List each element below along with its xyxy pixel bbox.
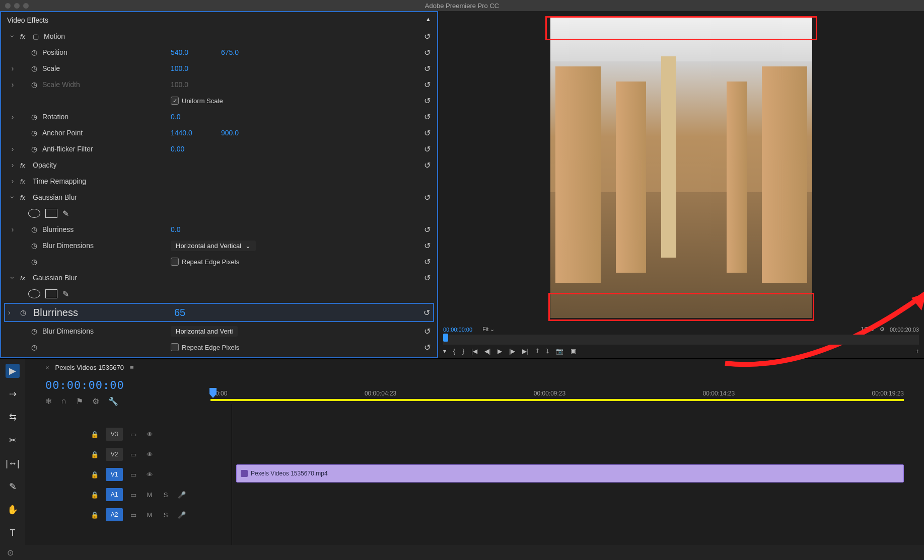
ellipse-mask-icon[interactable]	[28, 289, 40, 298]
settings-icon[interactable]: ⚙	[880, 326, 885, 333]
pen-mask-icon[interactable]: ✎	[62, 209, 69, 218]
compare-icon[interactable]: ▣	[571, 348, 576, 355]
effect-time-remapping[interactable]: fx Time Remapping	[1, 173, 437, 189]
reset-button[interactable]	[421, 111, 433, 123]
value[interactable]: 65	[174, 307, 185, 318]
reset-button[interactable]	[421, 127, 433, 139]
lock-icon[interactable]: 🔒	[91, 511, 101, 519]
stopwatch-icon[interactable]	[31, 242, 42, 250]
playhead-icon[interactable]	[443, 334, 448, 342]
reset-button[interactable]	[421, 143, 433, 155]
stopwatch-icon[interactable]	[31, 129, 42, 137]
work-area-bar[interactable]	[210, 399, 904, 401]
effect-gaussian-blur-2[interactable]: fx Gaussian Blur	[1, 270, 437, 286]
cc-icon[interactable]: ⊙	[7, 548, 14, 557]
stopwatch-icon[interactable]	[20, 308, 33, 316]
eye-icon[interactable]: 👁	[144, 471, 155, 478]
track-label[interactable]: V3	[106, 428, 123, 441]
value[interactable]: 0.0	[171, 225, 221, 233]
reset-button[interactable]	[421, 256, 433, 268]
track-a2[interactable]: 🔒A2▭MS🎤	[25, 505, 232, 525]
razor-tool[interactable]: ✂	[6, 433, 20, 447]
stopwatch-icon[interactable]	[31, 343, 42, 351]
pen-mask-icon[interactable]: ✎	[62, 289, 69, 299]
video-clip[interactable]: Pexels Videos 1535670.mp4	[236, 464, 904, 483]
marker-icon[interactable]: ▾	[443, 348, 446, 355]
resolution-dropdown[interactable]: 1/2 ⌄	[861, 326, 875, 333]
chevron-right-icon[interactable]	[8, 308, 20, 316]
value-y[interactable]: 900.0	[221, 129, 239, 137]
ellipse-mask-icon[interactable]	[28, 209, 40, 218]
value-x[interactable]: 1440.0	[171, 129, 221, 137]
fx-badge[interactable]: fx	[20, 33, 33, 40]
hand-tool[interactable]: ✋	[6, 503, 20, 517]
timeline-timecode[interactable]: 00:00:00:00	[45, 379, 186, 391]
solo-icon[interactable]: S	[160, 491, 171, 499]
track-v2[interactable]: 🔒V2▭👁	[25, 444, 232, 464]
step-back-icon[interactable]: ◀|	[484, 348, 490, 355]
reset-button[interactable]	[421, 30, 433, 42]
window-controls[interactable]	[0, 3, 29, 9]
pen-tool[interactable]: ✎	[6, 479, 20, 494]
stopwatch-icon[interactable]	[31, 48, 42, 56]
lock-icon[interactable]: 🔒	[91, 451, 101, 458]
value-x[interactable]: 540.0	[171, 48, 221, 56]
stopwatch-icon[interactable]	[31, 258, 42, 266]
in-point-icon[interactable]: {	[453, 348, 455, 355]
go-to-in-icon[interactable]: |◀	[471, 348, 477, 355]
collapse-icon[interactable]: ▲	[425, 16, 431, 24]
reset-button[interactable]	[421, 272, 433, 284]
checkbox-icon[interactable]	[171, 97, 179, 105]
preview-viewport[interactable]	[438, 11, 924, 323]
toggle-output-icon[interactable]: ▭	[128, 511, 139, 519]
track-v1[interactable]: 🔒V1▭👁	[25, 464, 232, 485]
track-label[interactable]: A2	[106, 508, 123, 521]
fx-badge[interactable]: fx	[20, 162, 33, 169]
stopwatch-icon[interactable]	[31, 145, 42, 153]
close-tab-icon[interactable]: ×	[45, 364, 49, 371]
effect-motion[interactable]: fx ▢ Motion	[1, 28, 437, 44]
step-fwd-icon[interactable]: |▶	[509, 348, 515, 355]
timeline-tracks-area[interactable]: Pexels Videos 1535670.mp4	[232, 404, 924, 559]
selection-tool[interactable]: ▶	[6, 364, 20, 378]
value-y[interactable]: 675.0	[221, 48, 239, 56]
toggle-output-icon[interactable]: ▭	[128, 491, 139, 499]
motion-box-icon[interactable]: ▢	[33, 33, 44, 40]
extract-icon[interactable]: ⤵	[546, 348, 549, 355]
reset-button[interactable]	[421, 341, 433, 353]
type-tool[interactable]: T	[6, 526, 20, 540]
mic-icon[interactable]: 🎤	[176, 491, 187, 499]
rect-mask-icon[interactable]	[45, 289, 57, 298]
eye-icon[interactable]: 👁	[144, 431, 155, 438]
reset-button[interactable]	[421, 191, 433, 203]
sequence-tab[interactable]: Pexels Videos 1535670	[55, 364, 124, 371]
fx-badge[interactable]: fx	[20, 274, 33, 282]
preview-timecode[interactable]: 00:00:00:00	[443, 327, 472, 333]
lock-icon[interactable]: 🔒	[91, 491, 101, 499]
stopwatch-icon[interactable]	[31, 327, 42, 335]
reset-button[interactable]	[421, 62, 433, 74]
effect-gaussian-blur-1[interactable]: fx Gaussian Blur	[1, 189, 437, 205]
solo-icon[interactable]: S	[160, 511, 171, 519]
chevron-right-icon[interactable]	[5, 225, 20, 233]
chevron-down-icon[interactable]	[5, 193, 20, 201]
chevron-right-icon[interactable]	[5, 113, 20, 121]
uniform-scale-checkbox[interactable]: Uniform Scale	[171, 97, 223, 105]
lift-icon[interactable]: ⤴	[536, 348, 539, 355]
eye-icon[interactable]: 👁	[144, 451, 155, 458]
out-point-icon[interactable]: }	[462, 348, 464, 355]
chevron-down-icon[interactable]	[5, 274, 20, 282]
repeat-edge-checkbox[interactable]: Repeat Edge Pixels	[171, 258, 239, 266]
stopwatch-icon[interactable]	[31, 64, 42, 72]
reset-button[interactable]	[421, 95, 433, 107]
chevron-right-icon[interactable]	[5, 64, 20, 72]
toggle-output-icon[interactable]: ▭	[128, 451, 139, 458]
value[interactable]: 0.0	[171, 113, 221, 121]
chevron-right-icon[interactable]	[5, 177, 20, 185]
checkbox-icon[interactable]	[171, 258, 179, 266]
tab-menu-icon[interactable]: ≡	[130, 364, 134, 371]
value[interactable]: 0.00	[171, 145, 221, 153]
export-frame-icon[interactable]: 📷	[556, 348, 563, 355]
reset-button[interactable]	[421, 159, 433, 171]
panel-header[interactable]: Video Effects ▲	[1, 12, 437, 28]
